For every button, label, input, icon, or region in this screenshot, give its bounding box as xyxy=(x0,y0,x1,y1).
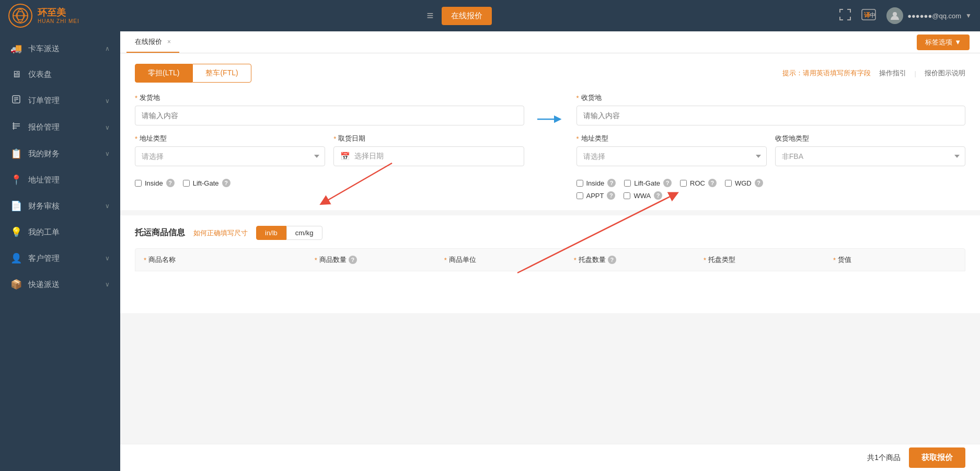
ftl-tab[interactable]: 整车(FTL) xyxy=(192,64,251,83)
sidebar-item-customer[interactable]: 👤 客户管理 ∨ xyxy=(0,245,120,271)
sidebar-item-truck[interactable]: 🚚 卡车派送 ∧ xyxy=(0,36,120,62)
bottom-spacer xyxy=(120,313,980,340)
tag-select-button[interactable]: 标签选项 ▼ xyxy=(917,35,970,50)
online-quote-header-button[interactable]: 在线报价 xyxy=(442,7,492,25)
sidebar-item-express[interactable]: 📦 快递派送 ∨ xyxy=(0,271,120,297)
dest-address-type-select[interactable]: 请选择 xyxy=(577,146,767,166)
section-divider xyxy=(120,210,980,215)
sidebar-item-address[interactable]: 📍 地址管理 xyxy=(0,167,120,193)
address-type-label: * 地址类型 xyxy=(135,134,325,143)
hint-text: 提示：请用英语填写所有字段 xyxy=(782,68,871,78)
liftgate-checkbox-left[interactable]: Lift-Gate ? xyxy=(183,179,230,187)
dest-address-type-row: * 地址类型 请选择 xyxy=(577,134,767,166)
from-address-input[interactable] xyxy=(135,106,524,125)
content-area: 零担(LTL) 整车(FTL) 提示：请用英语填写所有字段 操作指引 | 报价图… xyxy=(120,53,980,471)
user-email: ●●●●●●@qq.com xyxy=(907,12,961,20)
inside-help-icon-right[interactable]: ? xyxy=(607,179,616,187)
inside-help-icon-left[interactable]: ? xyxy=(166,179,175,187)
sidebar-item-dashboard[interactable]: 🖥 仪表盘 xyxy=(0,62,120,87)
checkbox-row-left: Inside ? Lift-Gate ? xyxy=(135,179,524,187)
user-area[interactable]: ●●●●●●@qq.com ▼ xyxy=(886,7,972,24)
workorder-icon: 💡 xyxy=(10,226,22,238)
fullscreen-icon[interactable] xyxy=(839,9,851,23)
cargo-table-body-placeholder xyxy=(135,271,965,303)
cargo-title: 托运商品信息 xyxy=(135,227,185,238)
sidebar-label-order: 订单管理 xyxy=(28,96,99,106)
operation-guide-link[interactable]: 操作指引 xyxy=(879,68,906,78)
pallet-qty-help-icon[interactable]: ? xyxy=(608,256,616,264)
pickup-date-placeholder: 选择日期 xyxy=(354,152,384,161)
checkbox-row-right-top: Inside ? Lift-Gate ? ROC ? xyxy=(577,179,966,187)
cargo-header: 托运商品信息 如何正确填写尺寸 in/lb cm/kg xyxy=(135,226,965,240)
audit-icon: 📄 xyxy=(10,200,22,212)
total-count-text: 共1个商品 xyxy=(867,453,901,463)
tab-close-icon[interactable]: × xyxy=(167,38,171,45)
svg-point-7 xyxy=(893,12,897,16)
tab-label-online-quote: 在线报价 xyxy=(135,37,162,47)
appt-checkbox[interactable]: APPT ? xyxy=(577,191,616,200)
unit-tabs: in/lb cm/kg xyxy=(256,226,322,240)
pickup-date-input[interactable]: 📅 选择日期 xyxy=(333,146,524,166)
sidebar-label-quote: 报价管理 xyxy=(28,122,99,132)
dest-receive-type-select[interactable]: 非FBA xyxy=(775,146,965,166)
wgd-help-icon[interactable]: ? xyxy=(755,179,763,187)
appt-help-icon[interactable]: ? xyxy=(607,191,615,200)
sidebar-item-quote[interactable]: 报价管理 ∨ xyxy=(0,114,120,141)
form-left: * 发货地 * 地址类型 xyxy=(135,93,535,187)
header-right: 译 中 ●●●●●●@qq.com ▼ xyxy=(839,7,972,24)
quote-arrow: ∨ xyxy=(105,124,110,131)
unit-tab-in-lb[interactable]: in/lb xyxy=(256,226,286,240)
wgd-checkbox[interactable]: WGD ? xyxy=(725,179,763,187)
logo-english: HUAN ZHI MEI xyxy=(38,18,79,24)
inside-checkbox-right[interactable]: Inside ? xyxy=(577,179,616,187)
get-quote-button[interactable]: 获取报价 xyxy=(909,447,965,468)
svg-text:中: 中 xyxy=(870,12,875,18)
hamburger-button[interactable]: ≡ xyxy=(427,9,434,22)
sidebar-item-finance[interactable]: 📋 我的财务 ∨ xyxy=(0,141,120,167)
liftgate-help-icon-left[interactable]: ? xyxy=(222,179,230,187)
wwa-help-icon[interactable]: ? xyxy=(654,191,662,200)
tab-bar: 在线报价 × 标签选项 ▼ xyxy=(120,31,980,53)
sidebar-item-workorder[interactable]: 💡 我的工单 xyxy=(0,219,120,245)
form-arrow-area xyxy=(535,93,566,124)
col-header-unit: * 商品单位 xyxy=(444,255,568,265)
hint-area: 提示：请用英语填写所有字段 操作指引 | 报价图示说明 xyxy=(782,68,965,78)
dest-receive-type-label: 收货地类型 xyxy=(775,134,965,143)
sidebar-label-address: 地址管理 xyxy=(28,175,110,185)
wwa-checkbox[interactable]: WWA ? xyxy=(624,191,662,200)
form-grid: * 发货地 * 地址类型 xyxy=(135,93,965,200)
col-header-value: * 货值 xyxy=(833,255,956,265)
finance-arrow: ∨ xyxy=(105,150,110,157)
audit-arrow: ∨ xyxy=(105,202,110,210)
tab-online-quote[interactable]: 在线报价 × xyxy=(126,31,179,53)
liftgate-checkbox-right[interactable]: Lift-Gate ? xyxy=(624,179,672,187)
liftgate-help-icon-right[interactable]: ? xyxy=(663,179,672,187)
express-arrow: ∨ xyxy=(105,281,110,288)
truck-icon: 🚚 xyxy=(10,43,22,54)
unit-tab-cm-kg[interactable]: cm/kg xyxy=(286,226,322,240)
sidebar-label-customer: 客户管理 xyxy=(28,254,99,263)
shipping-section: 零担(LTL) 整车(FTL) 提示：请用英语填写所有字段 操作指引 | 报价图… xyxy=(120,53,980,210)
logo-chinese: 环至美 xyxy=(38,7,79,19)
ltl-tab[interactable]: 零担(LTL) xyxy=(135,64,192,83)
quote-diagram-link[interactable]: 报价图示说明 xyxy=(925,68,965,78)
translate-icon[interactable]: 译 中 xyxy=(861,9,876,23)
size-guide-link[interactable]: 如何正确填写尺寸 xyxy=(193,228,248,238)
cargo-table-header: * 商品名称 * 商品数量 ? * 商品单位 * 托盘数量 xyxy=(135,248,965,271)
to-address-row: * 收货地 xyxy=(577,93,966,125)
col-header-product-name: * 商品名称 xyxy=(144,255,308,265)
address-type-select[interactable]: 请选择 xyxy=(135,146,325,166)
mode-tabs: 零担(LTL) 整车(FTL) xyxy=(135,64,251,83)
sidebar-item-audit[interactable]: 📄 财务审核 ∨ xyxy=(0,193,120,219)
quantity-help-icon[interactable]: ? xyxy=(349,256,357,264)
sidebar: 🚚 卡车派送 ∧ 🖥 仪表盘 订单管理 ∨ xyxy=(0,31,120,471)
sidebar-item-order[interactable]: 订单管理 ∨ xyxy=(0,87,120,114)
order-icon xyxy=(10,95,22,107)
tag-dropdown-icon: ▼ xyxy=(954,38,961,46)
to-address-input[interactable] xyxy=(577,106,966,125)
roc-checkbox[interactable]: ROC ? xyxy=(680,179,717,187)
sidebar-label-workorder: 我的工单 xyxy=(28,227,110,237)
sidebar-label-finance: 我的财务 xyxy=(28,149,99,159)
inside-checkbox-left[interactable]: Inside ? xyxy=(135,179,175,187)
roc-help-icon[interactable]: ? xyxy=(708,179,717,187)
